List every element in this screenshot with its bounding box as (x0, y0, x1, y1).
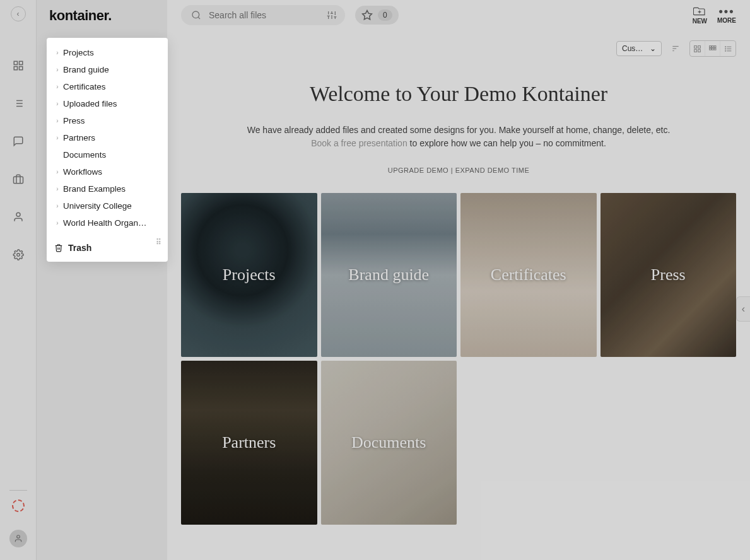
tree-item[interactable]: ›Uploaded files (47, 95, 168, 112)
search-icon (191, 10, 201, 20)
svg-line-15 (198, 17, 200, 19)
search-filter-icon[interactable] (327, 10, 337, 20)
tree-item[interactable]: ›Brand Examples (47, 180, 168, 197)
star-icon (361, 9, 373, 21)
tree-item-label: Partners (63, 133, 95, 143)
chevron-right-icon: › (54, 83, 61, 90)
folder-card[interactable]: Brand guide (321, 193, 457, 357)
brand-logo: kontainer. (37, 0, 167, 35)
chevron-right-icon: › (54, 185, 61, 192)
tree-item[interactable]: ›Certificates (47, 78, 168, 95)
folder-card[interactable]: Documents (321, 361, 457, 525)
svg-point-46 (725, 50, 725, 51)
collapse-sidebar-button[interactable]: ‹ (11, 6, 26, 21)
chevron-left-icon: ‹ (742, 303, 745, 315)
chevron-down-icon: ⌄ (650, 44, 656, 53)
search-input[interactable] (209, 10, 319, 20)
folder-grid: ProjectsBrand guideCertificatesPressPart… (167, 187, 750, 550)
rail-help-icon[interactable] (12, 499, 25, 512)
view-grid-large-icon[interactable] (690, 41, 705, 56)
sort-direction-button[interactable] (668, 41, 683, 56)
tree-item-label: World Health Organ… (63, 218, 147, 228)
folder-card[interactable]: Certificates (460, 193, 597, 357)
new-button[interactable]: NEW (693, 6, 707, 25)
svg-rect-2 (14, 67, 17, 70)
svg-rect-31 (694, 45, 697, 48)
svg-rect-34 (698, 49, 701, 52)
rail-comments-icon[interactable] (11, 134, 26, 149)
chevron-right-icon: › (54, 66, 61, 73)
folder-card[interactable]: Projects (181, 193, 317, 357)
hero: Welcome to Your Demo Kontainer We have a… (167, 57, 750, 187)
svg-point-12 (16, 254, 20, 257)
rail-briefcase-icon[interactable] (11, 172, 26, 187)
favorites-pill[interactable]: 0 (355, 6, 399, 25)
tree-item-label: Workflows (63, 167, 102, 177)
svg-rect-37 (714, 45, 716, 47)
folder-card-label: Partners (222, 433, 276, 452)
tree-item[interactable]: ›Press (47, 112, 168, 129)
chevron-right-icon: › (54, 134, 61, 141)
more-dots-icon: ••• (719, 7, 735, 16)
search-field[interactable] (181, 5, 345, 25)
rail-account-avatar[interactable] (9, 530, 27, 547)
hero-title: Welcome to Your Demo Kontainer (192, 82, 725, 106)
tree-item[interactable]: ›Partners (47, 129, 168, 146)
hero-book-link[interactable]: Book a free presentation (311, 138, 407, 148)
topbar: 0 NEW ••• MORE (167, 0, 750, 28)
more-button[interactable]: ••• MORE (717, 7, 736, 24)
view-grid-small-icon[interactable] (705, 41, 720, 56)
trash-item[interactable]: Trash ⠿ (47, 236, 168, 255)
svg-rect-0 (14, 61, 17, 64)
tree-item-label: University College (63, 201, 132, 211)
trash-icon (54, 243, 63, 252)
tree-item[interactable]: ›Workflows (47, 163, 168, 180)
rail-list-icon[interactable] (11, 96, 26, 111)
tree-item[interactable]: ›World Health Organ… (47, 214, 168, 231)
tree-item-label: Brand guide (63, 65, 109, 74)
svg-rect-10 (13, 177, 23, 184)
folder-card-label: Projects (223, 265, 276, 284)
svg-rect-35 (710, 45, 712, 47)
upgrade-demo-link[interactable]: UPGRADE DEMO (388, 166, 448, 174)
svg-rect-39 (712, 48, 713, 50)
tree-item-label: Projects (63, 48, 94, 57)
view-list-icon[interactable] (720, 41, 735, 56)
hero-sep: | (448, 166, 455, 174)
rail-user-icon[interactable] (11, 209, 26, 225)
tree-item[interactable]: ›Brand guide (47, 61, 168, 78)
viewbar: Cust… ⌄ (167, 28, 750, 57)
folder-card-label: Press (651, 265, 686, 284)
folder-card[interactable]: Partners (181, 361, 317, 525)
folder-card-label: Documents (351, 433, 426, 452)
tree-item[interactable]: Documents (47, 146, 168, 163)
svg-rect-38 (710, 48, 712, 50)
svg-point-14 (192, 11, 199, 18)
tree-item[interactable]: ›Projects (47, 44, 168, 61)
trash-label: Trash (68, 243, 91, 253)
tree-item[interactable]: ›University College (47, 197, 168, 214)
hero-line1: We have already added files and created … (247, 125, 671, 135)
drag-handle-icon[interactable]: ⠿ (156, 240, 161, 244)
folder-card-label: Brand guide (348, 265, 429, 284)
more-button-label: MORE (717, 17, 736, 24)
svg-rect-36 (712, 45, 713, 47)
rail-divider (9, 490, 27, 491)
sort-select[interactable]: Cust… ⌄ (616, 41, 662, 56)
tree-item-label: Uploaded files (63, 99, 117, 108)
right-panel-handle[interactable]: ‹ (736, 296, 750, 322)
tree-item-label: Documents (63, 150, 106, 160)
rail-dashboard-icon[interactable] (11, 58, 26, 73)
new-button-label: NEW (693, 18, 707, 25)
folder-card[interactable]: Press (601, 193, 737, 357)
chevron-right-icon: › (54, 202, 61, 209)
folder-card-label: Certificates (491, 265, 566, 284)
expand-demo-link[interactable]: EXPAND DEMO TIME (455, 166, 530, 174)
chevron-right-icon: › (54, 100, 61, 107)
svg-point-45 (725, 48, 725, 49)
rail-settings-icon[interactable] (11, 247, 26, 262)
svg-marker-25 (363, 11, 372, 20)
svg-point-11 (16, 213, 20, 216)
tree-item-label: Press (63, 116, 85, 125)
hero-line2-tail: to explore how we can help you – no comm… (407, 138, 606, 148)
